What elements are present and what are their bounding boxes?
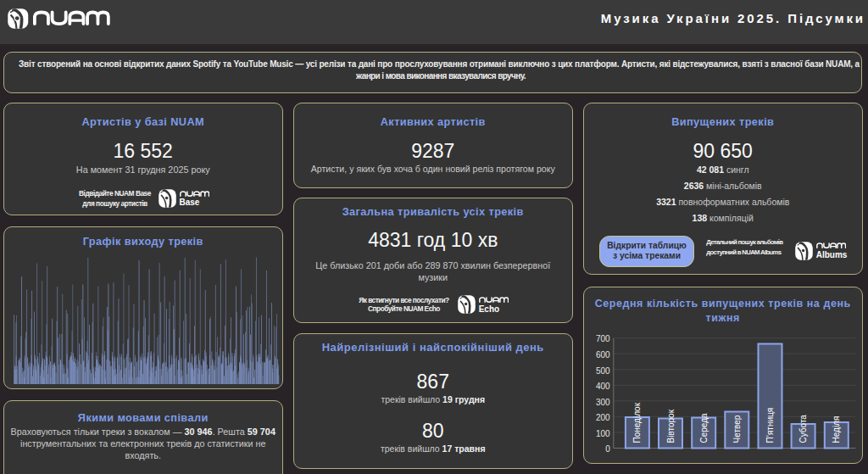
svg-text:700: 700 (596, 334, 610, 343)
svg-text:100: 100 (596, 428, 610, 438)
svg-text:Середа: Середа (698, 413, 708, 443)
svg-text:Субота: Субота (798, 414, 808, 443)
svg-text:600: 600 (596, 350, 610, 360)
svg-text:Вівторок: Вівторок (665, 409, 675, 443)
svg-text:0: 0 (605, 444, 610, 454)
svg-text:400: 400 (596, 382, 610, 391)
svg-text:500: 500 (596, 365, 610, 375)
svg-text:200: 200 (596, 413, 610, 422)
svg-text:300: 300 (596, 397, 610, 406)
svg-text:Понеділок: Понеділок (632, 402, 642, 443)
svg-text:Четвер: Четвер (732, 415, 741, 443)
svg-text:Неділя: Неділя (832, 415, 841, 443)
svg-text:П’ятниця: П’ятниця (765, 408, 775, 443)
